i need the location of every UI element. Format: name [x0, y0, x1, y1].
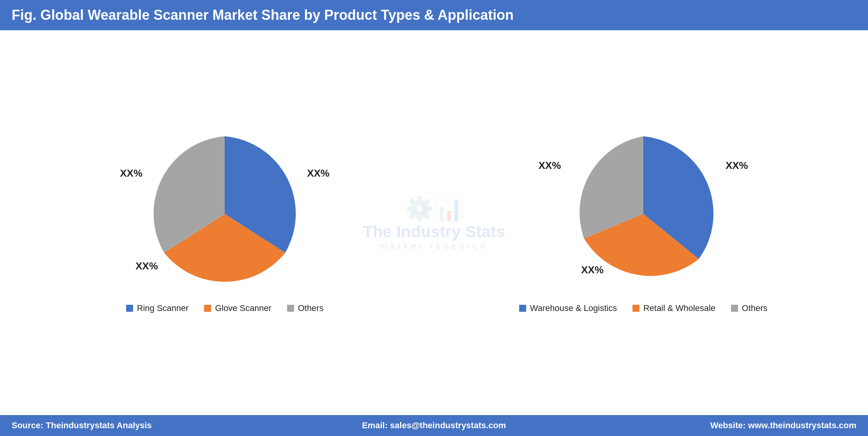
main-content: ⚙️📊 The Industry Stats market research X…: [0, 30, 868, 415]
left-pie-svg: [143, 132, 306, 295]
left-pie-wrapper: XX% XX% XX%: [143, 132, 306, 295]
right-label-top-right: XX%: [726, 160, 748, 172]
legend-item-warehouse: Warehouse & Logistics: [519, 303, 617, 313]
right-label-bottom: XX%: [581, 264, 604, 276]
ring-scanner-dot: [126, 305, 133, 312]
retail-dot: [632, 305, 639, 312]
left-label-top-right: XX%: [307, 167, 329, 179]
glove-scanner-dot: [204, 305, 211, 312]
warehouse-label: Warehouse & Logistics: [530, 303, 617, 313]
right-label-top-left: XX%: [539, 160, 561, 172]
warehouse-dot: [519, 305, 526, 312]
glove-scanner-label: Glove Scanner: [215, 303, 272, 313]
right-legend: Warehouse & Logistics Retail & Wholesale…: [519, 303, 768, 313]
footer-website: Website: www.theindustrystats.com: [575, 420, 856, 431]
right-chart: XX% XX% XX%: [434, 132, 853, 313]
left-label-top-left: XX%: [120, 167, 142, 179]
footer-source: Source: Theindustrystats Analysis: [12, 420, 293, 431]
page-title: Fig. Global Wearable Scanner Market Shar…: [0, 0, 868, 30]
legend-item-ring: Ring Scanner: [126, 303, 189, 313]
left-legend: Ring Scanner Glove Scanner Others: [126, 303, 324, 313]
legend-item-others-left: Others: [287, 303, 324, 313]
header-title: Fig. Global Wearable Scanner Market Shar…: [12, 7, 514, 23]
retail-label: Retail & Wholesale: [643, 303, 716, 313]
footer: Source: Theindustrystats Analysis Email:…: [0, 415, 868, 436]
legend-item-retail: Retail & Wholesale: [632, 303, 716, 313]
others-right-dot: [731, 305, 738, 312]
ring-scanner-label: Ring Scanner: [137, 303, 189, 313]
left-chart: XX% XX% XX%: [16, 132, 434, 313]
right-pie-wrapper: XX% XX% XX%: [562, 132, 725, 295]
charts-row: XX% XX% XX%: [16, 38, 852, 407]
others-left-dot: [287, 305, 294, 312]
left-label-bottom: XX%: [135, 260, 158, 272]
footer-email: Email: sales@theindustrystats.com: [293, 420, 575, 431]
others-left-label: Others: [298, 303, 324, 313]
legend-item-others-right: Others: [731, 303, 768, 313]
legend-item-glove: Glove Scanner: [204, 303, 272, 313]
others-right-label: Others: [742, 303, 768, 313]
